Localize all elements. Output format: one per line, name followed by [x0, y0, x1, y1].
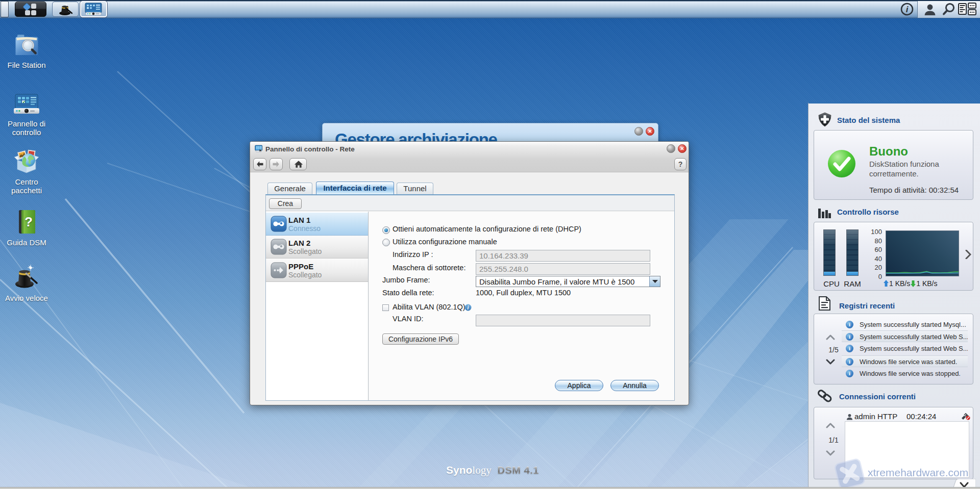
svg-text:xtremehardware.com: xtremehardware.com	[868, 467, 968, 478]
svg-text:?: ?	[24, 214, 33, 229]
svg-text:i: i	[906, 5, 909, 14]
svg-text:i: i	[468, 305, 469, 311]
